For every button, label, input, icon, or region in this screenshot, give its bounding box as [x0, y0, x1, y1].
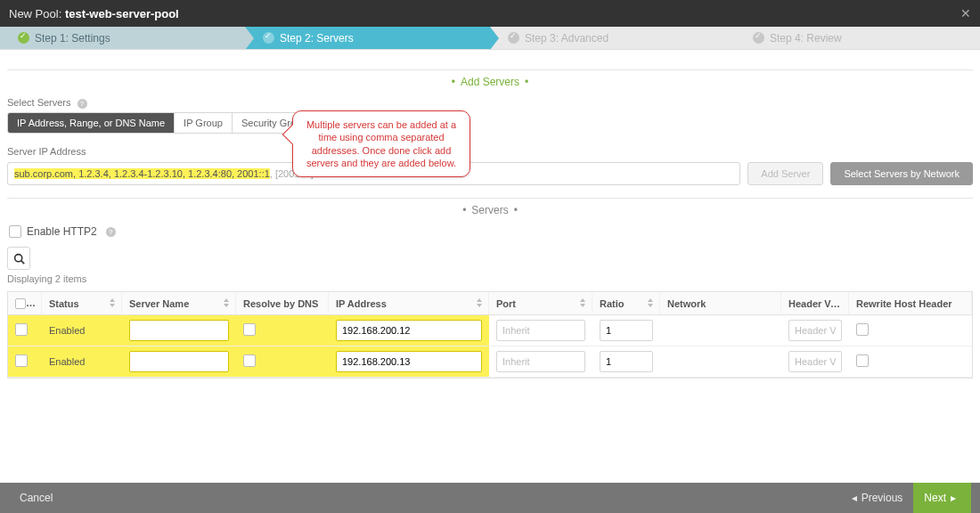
header-value-input[interactable] [788, 351, 842, 372]
network-cell [660, 315, 781, 346]
col-rewrite-host[interactable]: Rewrite Host Header [849, 292, 972, 315]
next-button[interactable]: Next▸ [913, 483, 971, 513]
cancel-button[interactable]: Cancel [9, 483, 63, 513]
search-icon [13, 253, 25, 265]
title-pool-name: test-web-server-pool [65, 7, 179, 20]
step-servers[interactable]: Step 2: Servers [245, 27, 490, 49]
wizard-steps: Step 1: Settings Step 2: Servers Step 3:… [0, 27, 980, 50]
table-row: Enabled [8, 315, 972, 346]
triangle-left-icon: ◂ [852, 492, 857, 504]
select-servers-label: Select Servers ? [7, 97, 973, 109]
resolve-dns-checkbox[interactable] [243, 354, 256, 367]
col-network[interactable]: Network [660, 292, 781, 315]
footer-bar: Cancel ◂Previous Next▸ [0, 483, 980, 513]
network-cell [660, 346, 781, 378]
servers-table: Status Server Name Resolve by DNS IP Add… [7, 291, 973, 379]
col-resolve-dns[interactable]: Resolve by DNS [236, 292, 329, 315]
help-icon[interactable]: ? [78, 99, 87, 109]
ratio-input[interactable] [600, 351, 653, 372]
tab-ip-group[interactable]: IP Group [175, 113, 233, 133]
step-label: Step 3: Advanced [525, 32, 608, 45]
server-name-input[interactable] [129, 320, 229, 341]
step-settings[interactable]: Step 1: Settings [0, 27, 245, 49]
add-server-button[interactable]: Add Server [747, 162, 823, 185]
col-header-value[interactable]: Header Value [781, 292, 849, 315]
item-count: Displaying 2 items [7, 273, 973, 284]
step-label: Step 4: Review [770, 32, 842, 45]
rewrite-host-checkbox[interactable] [856, 354, 869, 367]
step-label: Step 1: Settings [35, 32, 110, 45]
col-server-name[interactable]: Server Name [122, 292, 236, 315]
col-ratio[interactable]: Ratio [592, 292, 660, 315]
check-icon [263, 32, 274, 44]
close-icon[interactable]: ✕ [960, 6, 971, 20]
step-label: Step 2: Servers [280, 32, 354, 45]
row-select-checkbox[interactable] [15, 354, 28, 367]
status-cell: Enabled [42, 346, 122, 378]
help-callout: Multiple servers can be added at a time … [292, 110, 470, 177]
port-input[interactable] [496, 351, 585, 372]
ip-address-input[interactable] [336, 351, 482, 372]
port-input[interactable] [496, 320, 585, 341]
enable-http2-label: Enable HTTP2 [27, 225, 97, 238]
check-icon [508, 32, 519, 44]
help-icon[interactable]: ? [106, 227, 116, 237]
search-button[interactable] [7, 247, 30, 270]
resolve-dns-checkbox[interactable] [243, 323, 256, 336]
select-servers-by-network-button[interactable]: Select Servers by Network [830, 162, 973, 185]
col-ip[interactable]: IP Address [329, 292, 489, 315]
table-row: Enabled [8, 346, 972, 378]
ip-address-input[interactable] [336, 320, 482, 341]
title-prefix: New Pool: [9, 7, 61, 20]
svg-line-1 [20, 260, 23, 263]
row-select-checkbox[interactable] [15, 323, 28, 336]
enable-http2-checkbox[interactable] [9, 225, 21, 238]
sort-icon [579, 298, 586, 307]
sort-icon [109, 298, 116, 307]
sort-icon [647, 298, 654, 307]
rewrite-host-checkbox[interactable] [856, 323, 869, 336]
title-bar: New Pool: test-web-server-pool ✕ [0, 0, 980, 27]
header-value-input[interactable] [788, 320, 842, 341]
tab-ip-address[interactable]: IP Address, Range, or DNS Name [8, 113, 175, 133]
section-servers: •Servers• [7, 204, 973, 216]
check-icon [18, 32, 29, 44]
col-status[interactable]: Status [42, 292, 122, 315]
ratio-input[interactable] [600, 320, 653, 341]
sort-icon [476, 298, 483, 307]
section-add-servers: •Add Servers• [7, 76, 973, 88]
step-review[interactable]: Step 4: Review [735, 27, 980, 49]
select-all-checkbox[interactable] [15, 298, 26, 309]
col-port[interactable]: Port [489, 292, 592, 315]
server-ip-label: Server IP Address [7, 146, 973, 157]
check-icon [753, 32, 764, 44]
svg-point-0 [14, 254, 21, 261]
status-cell: Enabled [42, 315, 122, 346]
previous-button[interactable]: ◂Previous [837, 483, 914, 513]
section-title: Add Servers [461, 76, 519, 88]
step-advanced[interactable]: Step 3: Advanced [490, 27, 735, 49]
triangle-right-icon: ▸ [951, 492, 956, 504]
server-name-input[interactable] [129, 351, 229, 372]
select-servers-tabs: IP Address, Range, or DNS Name IP Group … [7, 112, 322, 134]
section-title: Servers [471, 204, 508, 216]
sort-icon [223, 298, 230, 307]
